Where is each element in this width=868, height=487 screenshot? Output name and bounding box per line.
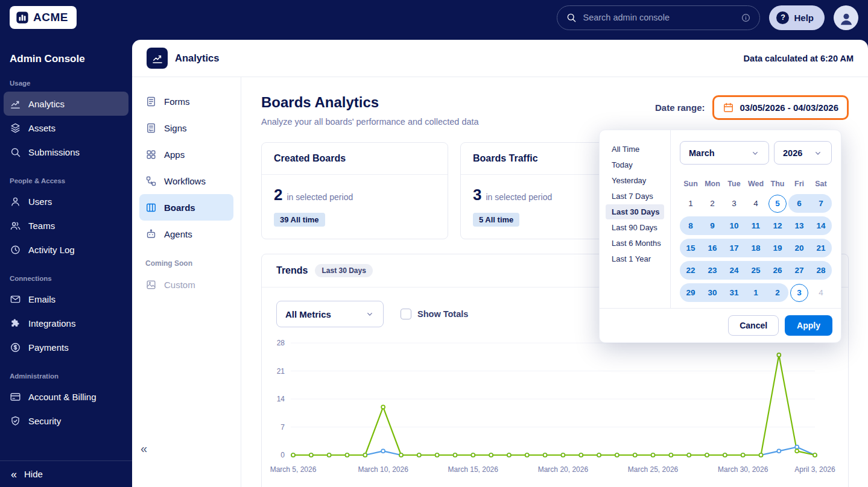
sidebar-item-security[interactable]: Security: [4, 409, 128, 433]
page-subtitle: Analyze your all boards' performance and…: [261, 117, 479, 127]
sidebar-item-payments[interactable]: Payments: [4, 335, 128, 359]
sidebar-item-label: Security: [28, 416, 61, 426]
subnav-item-forms[interactable]: Forms: [139, 88, 233, 115]
calendar-day[interactable]: 15: [680, 239, 702, 257]
calendar-day[interactable]: 22: [680, 261, 702, 280]
calendar-day[interactable]: 26: [767, 261, 788, 280]
subnav-item-boards[interactable]: Boards: [139, 194, 233, 221]
calendar-day[interactable]: 24: [723, 261, 745, 280]
preset-all-time[interactable]: All Time: [606, 142, 664, 157]
calendar-day[interactable]: 21: [810, 239, 832, 257]
subnav-item-signs[interactable]: Signs: [139, 115, 233, 141]
calendar-day[interactable]: 4: [810, 283, 832, 302]
month-select-value: March: [689, 148, 715, 158]
y-tick: 0: [280, 451, 285, 459]
sidebar-item-emails[interactable]: Emails: [4, 287, 128, 311]
calendar-grid: 1234567891011121314151617181920212223242…: [680, 194, 832, 302]
form-icon: [145, 96, 157, 107]
calendar-day[interactable]: 6: [788, 194, 810, 213]
workflow-icon: [145, 175, 157, 187]
calendar-day[interactable]: 23: [702, 261, 723, 280]
sidebar-item-teams[interactable]: Teams: [4, 213, 128, 237]
calendar-day[interactable]: 2: [767, 283, 788, 302]
stat-value: 2: [274, 186, 282, 204]
sidebar-item-submissions[interactable]: Submissions: [4, 140, 128, 164]
series-line-green-metric: [293, 355, 815, 455]
date-range-input[interactable]: 03/05/2026 - 04/03/2026: [712, 95, 849, 120]
sidebar-item-label: Emails: [28, 294, 55, 304]
calendar-day[interactable]: 12: [767, 216, 788, 235]
weekday-label: Thu: [767, 177, 788, 190]
chartline-icon: [10, 98, 21, 110]
preset-last-90-days[interactable]: Last 90 Days: [606, 220, 664, 235]
sidebar-item-integrations[interactable]: Integrations: [4, 311, 128, 335]
calendar-day[interactable]: 2: [702, 194, 723, 213]
subnav-item-apps[interactable]: Apps: [139, 141, 233, 168]
calendar-day[interactable]: 7: [810, 194, 832, 213]
subnav-item-workflows[interactable]: Workflows: [139, 168, 233, 194]
year-select[interactable]: 2026: [774, 141, 832, 165]
admin-search[interactable]: [557, 5, 760, 30]
preset-last-30-days[interactable]: Last 30 Days: [606, 204, 664, 219]
calendar-day[interactable]: 25: [745, 261, 767, 280]
preset-yesterday[interactable]: Yesterday: [606, 173, 664, 188]
calendar-day[interactable]: 28: [810, 261, 832, 280]
calendar-day[interactable]: 11: [745, 216, 767, 235]
acme-logo[interactable]: ACME: [10, 6, 77, 29]
calendar-day[interactable]: 4: [745, 194, 767, 213]
sidebar-item-assets[interactable]: Assets: [4, 116, 128, 140]
calendar-day[interactable]: 27: [788, 261, 810, 280]
calendar-day[interactable]: 16: [702, 239, 723, 257]
sidebar-section-label: Administration: [0, 359, 132, 385]
date-picker-popup: All TimeTodayYesterdayLast 7 DaysLast 30…: [599, 130, 841, 343]
sidebar-item-account-billing[interactable]: Account & Billing: [4, 385, 128, 409]
show-totals-checkbox[interactable]: Show Totals: [401, 309, 468, 319]
preset-today[interactable]: Today: [606, 157, 664, 172]
month-select[interactable]: March: [680, 141, 769, 165]
calendar-day[interactable]: 1: [680, 194, 702, 213]
help-button[interactable]: ? Help: [769, 5, 825, 30]
calendar-day[interactable]: 1: [745, 283, 767, 302]
cancel-button[interactable]: Cancel: [728, 315, 779, 336]
calendar-day[interactable]: 30: [702, 283, 723, 302]
weekday-label: Sat: [810, 177, 832, 190]
subnav-item-label: Agents: [164, 229, 192, 239]
calendar-day[interactable]: 19: [767, 239, 788, 257]
subnav-item-agents[interactable]: Agents: [139, 221, 233, 247]
preset-last-6-months[interactable]: Last 6 Months: [606, 236, 664, 251]
metrics-select[interactable]: All Metrics: [276, 301, 384, 327]
calendar-day[interactable]: 17: [723, 239, 745, 257]
calendar-day[interactable]: 5: [767, 194, 788, 213]
sidebar-item-label: Activity Log: [28, 245, 75, 255]
calendar-day[interactable]: 8: [680, 216, 702, 235]
calendar-panel: March 2026 SunMonTueWedThuFriSat 1234567…: [671, 130, 841, 308]
weekday-label: Wed: [745, 177, 767, 190]
subnav-item-custom[interactable]: Custom: [139, 271, 233, 298]
hide-sidebar-button[interactable]: « Hide: [0, 460, 132, 487]
calendar-day[interactable]: 29: [680, 283, 702, 302]
sidebar-item-users[interactable]: Users: [4, 189, 128, 213]
selected-day-ring: 3: [790, 284, 808, 302]
calendar-day[interactable]: 14: [810, 216, 832, 235]
clock-icon: [10, 244, 21, 256]
collapse-subnav-button[interactable]: «: [141, 442, 147, 456]
calendar-day[interactable]: 3: [723, 194, 745, 213]
calendar-day[interactable]: 10: [723, 216, 745, 235]
calendar-day[interactable]: 31: [723, 283, 745, 302]
apply-button[interactable]: Apply: [785, 315, 832, 336]
avatar[interactable]: [834, 5, 858, 30]
calendar-day[interactable]: 3: [788, 283, 810, 302]
search-input[interactable]: [583, 13, 735, 22]
sidebar: Admin Console UsageAnalyticsAssetsSubmis…: [0, 35, 132, 487]
calendar-day[interactable]: 9: [702, 216, 723, 235]
calendar-day[interactable]: 18: [745, 239, 767, 257]
sidebar-item-analytics[interactable]: Analytics: [4, 92, 128, 116]
checkbox-box[interactable]: [401, 309, 411, 319]
preset-last-1-year[interactable]: Last 1 Year: [606, 251, 664, 266]
calendar-day[interactable]: 20: [788, 239, 810, 257]
preset-last-7-days[interactable]: Last 7 Days: [606, 189, 664, 204]
sidebar-title: Admin Console: [0, 45, 132, 66]
sidebar-section-label: People & Access: [0, 164, 132, 189]
calendar-day[interactable]: 13: [788, 216, 810, 235]
sidebar-item-activity-log[interactable]: Activity Log: [4, 237, 128, 262]
